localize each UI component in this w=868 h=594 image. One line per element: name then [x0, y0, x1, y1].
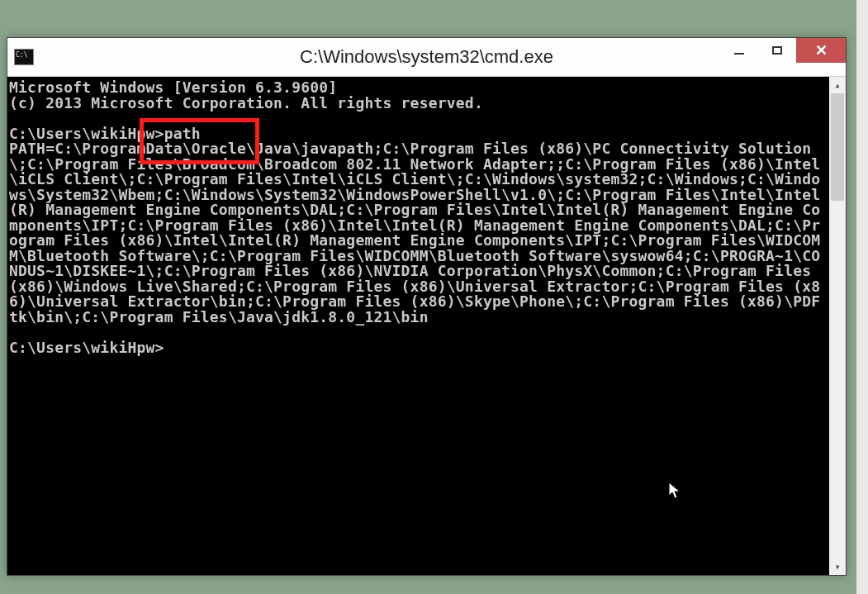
mouse-cursor-icon	[668, 482, 681, 500]
terminal-output[interactable]: Microsoft Windows [Version 6.3.9600] (c)…	[7, 77, 829, 575]
maximize-button[interactable]	[758, 38, 796, 63]
scroll-thumb[interactable]	[831, 93, 844, 201]
window-controls: ✕	[720, 38, 846, 63]
close-button[interactable]: ✕	[796, 38, 846, 63]
close-icon: ✕	[815, 43, 828, 58]
maximize-icon	[772, 46, 782, 55]
svg-marker-0	[669, 482, 680, 498]
cmd-icon	[14, 49, 34, 65]
content-area: Microsoft Windows [Version 6.3.9600] (c)…	[7, 77, 846, 575]
scroll-track[interactable]	[829, 93, 846, 558]
page-scrollbar-placeholder	[856, 0, 868, 594]
scroll-up-arrow-icon[interactable]: ▴	[829, 77, 846, 93]
minimize-button[interactable]	[720, 38, 758, 63]
minimize-icon	[734, 53, 744, 55]
vertical-scrollbar[interactable]: ▴ ▾	[829, 77, 846, 575]
scroll-down-arrow-icon[interactable]: ▾	[829, 558, 846, 575]
cmd-window: C:\Windows\system32\cmd.exe ✕ Microsoft …	[7, 37, 847, 576]
titlebar[interactable]: C:\Windows\system32\cmd.exe ✕	[7, 38, 846, 77]
